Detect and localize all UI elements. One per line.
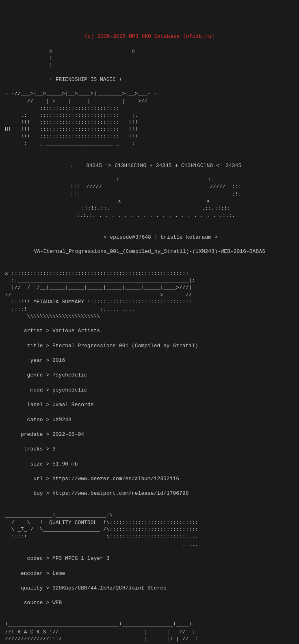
metadata-predate: predate > 2022-06-04 — [5, 431, 294, 438]
formula-art: . 34345 => C13H16ClNO + 34345 + C13H16Cl… — [5, 155, 294, 226]
metadata-catno: catno > UXM243 — [5, 416, 294, 424]
metadata-year: year > 2016 — [5, 357, 294, 364]
metadata-label: label > Uxmal Records — [5, 401, 294, 409]
ascii-art-top: o o ! ! + FRIENDSHIP IS MAGIC + - -//___… — [5, 48, 294, 148]
metadata-buy: buy > https://www.beatport.com/release/i… — [5, 490, 294, 497]
metadata-art-top: x ::::::::::::::::::::::::::::::::::::::… — [5, 263, 294, 320]
quality-source: source > WEB — [5, 599, 294, 607]
copyright-header: (c) 2006-2025 MP3 NFO Database [nfodb.ru… — [5, 33, 294, 40]
quality-codec: codec > MP3 MPEG 1 layer 3 — [5, 555, 294, 562]
tracks-art-top: !___________________________________!___… — [5, 614, 294, 644]
metadata-url: url > https://www.deezer.com/en/album/12… — [5, 475, 294, 483]
release-name: VA-Eternal_Progressions_001_(Compiled_by… — [5, 248, 294, 255]
metadata-artist: artist > Various Artists — [5, 327, 294, 335]
metadata-tracks: tracks > 3 — [5, 446, 294, 453]
metadata-size: size > 51.90 mb — [5, 461, 294, 468]
quality-art-top: _______________!________________!\ / \ !… — [5, 505, 294, 548]
metadata-genre: genre > Psychedelic — [5, 372, 294, 379]
metadata-title: title > Eternal Progressions 001 (Compil… — [5, 342, 294, 350]
metadata-mood: mood > psychedelic — [5, 387, 294, 394]
quality-encoder: encoder > Lame — [5, 570, 294, 577]
episode-line: < episode#37648 ! bristle ketaraum > — [5, 234, 294, 241]
quality-quality: quality > 320Kbps/CBR/44.1kHz/2CH/Joint … — [5, 585, 294, 592]
